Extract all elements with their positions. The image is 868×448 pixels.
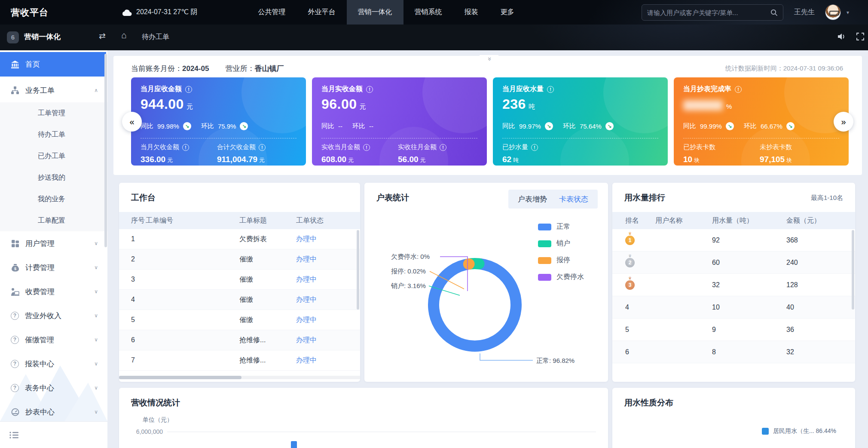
nav-item-install[interactable]: 报装 — [453, 0, 489, 25]
question-circle-icon — [11, 336, 19, 344]
sidebar-scrollbar[interactable] — [104, 54, 107, 247]
card-sub-metric: 实收当月金额 608.00元 — [321, 143, 370, 164]
table-row[interactable]: 4 10 40 — [612, 296, 855, 319]
table-row[interactable]: 4 催缴 办理中 — [119, 290, 360, 310]
brand-logo: 营收平台 — [11, 6, 49, 18]
card-trend: 同比-- 环比-- — [321, 122, 373, 130]
vertical-scrollbar[interactable] — [357, 230, 359, 310]
question-circle-icon — [11, 360, 19, 368]
table-row[interactable]: 1 欠费拆表 办理中 — [119, 229, 360, 249]
info-icon[interactable] — [547, 86, 554, 93]
info-icon[interactable] — [185, 86, 192, 93]
table-row[interactable]: 3 32 128 — [612, 274, 855, 296]
sidebar-item-work-orders[interactable]: 业务工单 — [0, 78, 107, 102]
weather-widget: 2024-07-31 27℃ 阴 — [122, 8, 198, 17]
sidebar-item-meter-reading-center[interactable]: 抄表中心 — [0, 400, 107, 424]
sidebar-item-meter-affairs-center[interactable]: 表务中心 — [0, 376, 107, 400]
sidebar-item-fee-mgmt[interactable]: 收费管理 — [0, 279, 107, 304]
sidebar-subitem-order-config[interactable]: 工单配置 — [0, 210, 107, 231]
legend-item[interactable]: 欠费停水 — [538, 273, 584, 282]
axis-unit-label: 单位（元） — [143, 416, 173, 424]
legend-item[interactable]: 报停 — [538, 256, 584, 265]
table-row[interactable]: 5 9 36 — [612, 319, 855, 341]
quick-link-todo[interactable]: 待办工单 — [142, 33, 169, 42]
tab-bar: 6 营销一体化 待办工单 首页 — [0, 25, 868, 50]
avatar[interactable] — [825, 4, 841, 20]
table-row[interactable]: 3 催缴 办理中 — [119, 270, 360, 290]
legend-item[interactable]: 销户 — [538, 239, 584, 248]
table-row[interactable]: 6 抢维修... 办理中 — [119, 330, 360, 350]
sidebar-subitem-cc-me[interactable]: 抄送我的 — [0, 167, 107, 188]
nav-item-field-platform[interactable]: 外业平台 — [297, 0, 347, 25]
table-row[interactable]: 5 催缴 办理中 — [119, 310, 360, 330]
legend-item[interactable]: 居民用水（生... 86.44% — [762, 427, 836, 435]
sidebar-item-install-center[interactable]: 报装中心 — [0, 352, 107, 376]
table-row-partial[interactable] — [612, 363, 855, 382]
speaker-icon[interactable] — [837, 32, 847, 41]
sidebar-footer — [0, 421, 107, 448]
chevron-up-icon — [94, 87, 98, 93]
sidebar-item-billing-mgmt[interactable]: $ 计费管理 — [0, 255, 107, 279]
donut-segment-normal[interactable] — [434, 264, 516, 346]
info-icon[interactable] — [363, 144, 370, 151]
table-row[interactable]: 7 抢维修... 办理中 — [119, 350, 360, 371]
legend-item[interactable]: 正常 — [538, 222, 584, 231]
carousel-next-button[interactable]: » — [834, 112, 853, 132]
sidebar-item-user-mgmt[interactable]: 用户管理 — [0, 231, 107, 255]
callout-paused: 报停: 0.02% — [391, 267, 426, 276]
table-row[interactable]: 2 60 240 — [612, 252, 855, 274]
legend-swatch — [538, 224, 551, 230]
horizontal-scrollbar[interactable] — [119, 376, 241, 379]
list-menu-icon[interactable] — [9, 431, 19, 439]
info-icon[interactable] — [735, 86, 742, 93]
range-label: 最高1-10名 — [811, 194, 843, 202]
question-circle-icon — [11, 384, 19, 392]
workbench-panel: 工作台 序号 工单编号 工单标题 工单状态 1 欠费拆表 办理中 2 催缴 办理… — [119, 183, 360, 382]
info-icon[interactable] — [366, 86, 373, 93]
sidebar-item-non-operating-income[interactable]: 营业外收入 — [0, 304, 107, 328]
carousel-prev-button[interactable]: « — [122, 112, 142, 132]
meter-stats-panel: 户表统计 户表增势 卡表状态 欠费停水: 0% 报停: 0.02% 销户: 3.… — [364, 183, 608, 382]
user-name[interactable]: 王先生 — [794, 0, 815, 25]
sidebar-subitem-my-business[interactable]: 我的业务 — [0, 188, 107, 210]
nav-item-marketing-integration[interactable]: 营销一体化 — [347, 0, 403, 25]
chevron-down-icon[interactable] — [847, 9, 849, 15]
sidebar-item-label: 收费管理 — [25, 287, 55, 297]
info-icon[interactable] — [531, 144, 538, 151]
vertical-scrollbar[interactable] — [852, 230, 854, 310]
trend-down-icon — [545, 122, 553, 130]
sidebar-subitem-todo-orders[interactable]: 待办工单 — [0, 124, 107, 145]
sidebar-item-collection-mgmt[interactable]: 催缴管理 — [0, 328, 107, 352]
sidebar-item-label: 催缴管理 — [25, 335, 54, 345]
sidebar: 首页 业务工单 工单管理 待办工单 已办工单 抄送我的 我的业务 工单配置 用户… — [0, 50, 107, 448]
sidebar-item-label: 报装中心 — [25, 359, 54, 369]
sidebar-item-label: 计费管理 — [25, 263, 55, 273]
fullscreen-icon[interactable] — [856, 32, 865, 41]
axis-tick: 6,000,000 — [126, 428, 163, 435]
info-icon[interactable] — [182, 144, 189, 151]
info-icon[interactable] — [259, 144, 266, 151]
water-nature-panel: 用水性质分布 居民用水（生... 86.44% — [612, 388, 855, 448]
nav-item-more[interactable]: 更多 — [489, 0, 526, 25]
search-icon[interactable] — [770, 9, 778, 16]
global-search[interactable] — [642, 4, 783, 21]
bank-icon — [11, 60, 19, 69]
switch-app-icon[interactable] — [99, 31, 106, 41]
trend-down-icon — [786, 122, 795, 130]
table-row[interactable]: 2 催缴 办理中 — [119, 249, 360, 270]
sidebar-subitem-done-orders[interactable]: 已办工单 — [0, 145, 107, 167]
nav-item-public-mgmt[interactable]: 公共管理 — [247, 0, 297, 25]
legend-swatch — [538, 274, 551, 281]
table-row[interactable]: 6 8 32 — [612, 341, 855, 363]
search-input[interactable] — [647, 9, 770, 16]
info-icon[interactable] — [440, 144, 446, 151]
sidebar-subitem-order-mgmt[interactable]: 工单管理 — [0, 102, 107, 124]
home-icon[interactable] — [121, 30, 127, 40]
card-value: 944.00元 — [141, 96, 193, 112]
summary-band: 当前账务月份：2024-05 营业所：香山镇厂 统计数据刷新时间：2024-07… — [113, 56, 862, 175]
nav-item-marketing-system[interactable]: 营销系统 — [403, 0, 453, 25]
table-row[interactable]: 1 92 368 — [612, 229, 855, 252]
collapse-panel-icon[interactable] — [480, 55, 498, 64]
chevron-down-icon — [94, 240, 98, 246]
sidebar-item-home[interactable]: 首页 — [0, 52, 106, 77]
